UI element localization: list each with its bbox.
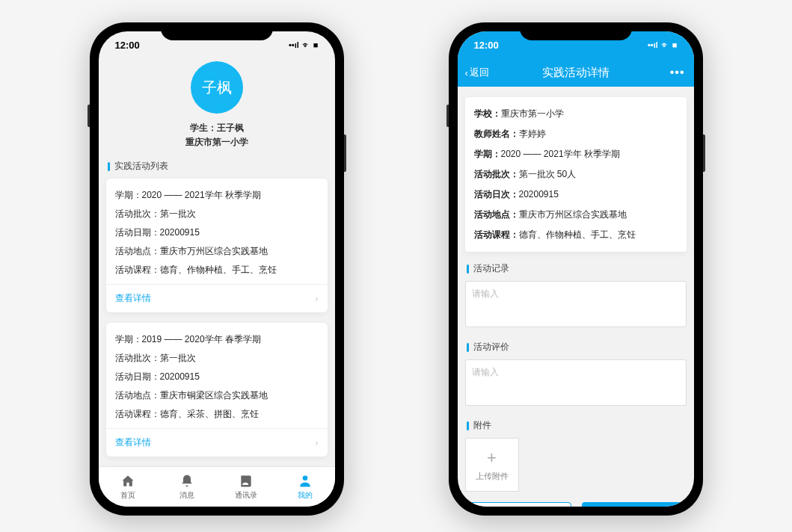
chevron-right-icon: › (316, 438, 319, 448)
status-icons: ••ıl ᯤ ■ (648, 40, 677, 49)
user-icon (298, 474, 313, 489)
contacts-icon (239, 474, 254, 489)
home-icon (120, 474, 135, 489)
battery-icon: ■ (672, 40, 678, 49)
student-info: 学生：王子枫 重庆市第一小学 (99, 121, 335, 149)
signal-icon: ••ıl (289, 40, 299, 49)
plus-icon: + (487, 448, 497, 468)
avatar[interactable]: 子枫 (191, 61, 243, 114)
wifi-icon: ᯤ (302, 40, 310, 49)
chevron-left-icon: ‹ (465, 67, 468, 78)
screen: 12:00 ••ıl ᯤ ■ ‹ 返回 实践活动详情 ••• 学校：重庆市第一小… (458, 31, 694, 507)
detail-card: 学校：重庆市第一小学 教师姓名：李婷婷 学期：2020 —— 2021学年 秋季… (465, 97, 687, 252)
activity-card: 学期：2020 —— 2021学年 秋季学期 活动批次：第一批次 活动日期：20… (106, 179, 328, 312)
tab-contacts[interactable]: 通讯录 (217, 467, 276, 507)
status-time: 12:00 (115, 40, 140, 51)
screen: 12:00 ••ıl ᯤ ■ 子枫 学生：王子枫 重庆市第一小学 实践活动列表 … (99, 31, 335, 507)
tab-bar: 首页 消息 通讯录 我的 (99, 466, 335, 507)
activity-card: 学期：2019 —— 2020学年 春季学期 活动批次：第一批次 活动日期：20… (106, 323, 328, 457)
phone-frame-right: 12:00 ••ıl ᯤ ■ ‹ 返回 实践活动详情 ••• 学校：重庆市第一小… (449, 22, 703, 516)
wifi-icon: ᯤ (661, 40, 669, 49)
view-detail-button[interactable]: 查看详情› (106, 284, 328, 312)
signal-icon: ••ıl (648, 40, 658, 49)
chevron-right-icon: › (316, 294, 319, 304)
notch (161, 22, 273, 40)
status-time: 12:00 (474, 40, 499, 51)
more-button[interactable]: ••• (670, 66, 685, 79)
upload-button[interactable]: + 上传附件 (465, 438, 519, 492)
section-title-activities: 实践活动列表 (99, 160, 335, 179)
content-area: 子枫 学生：王子枫 重庆市第一小学 实践活动列表 学期：2020 —— 2021… (99, 58, 335, 466)
review-textarea[interactable] (465, 359, 687, 406)
save-button[interactable]: 保存 (582, 502, 687, 507)
edit-button[interactable]: 编辑 (465, 502, 571, 507)
status-icons: ••ıl ᯤ ■ (289, 40, 318, 49)
section-title-review: 活动评价 (458, 341, 694, 359)
back-button[interactable]: ‹ 返回 (465, 66, 489, 79)
notch (520, 22, 632, 40)
section-title-record: 活动记录 (458, 262, 694, 281)
battery-icon: ■ (313, 40, 319, 49)
tab-messages[interactable]: 消息 (158, 467, 217, 507)
bell-icon (179, 474, 194, 489)
tab-profile[interactable]: 我的 (276, 467, 335, 507)
view-detail-button[interactable]: 查看详情› (106, 428, 328, 457)
section-title-attachment: 附件 (458, 419, 694, 438)
action-buttons: 编辑 保存 (458, 502, 694, 507)
page-title: 实践活动详情 (542, 66, 610, 80)
tab-home[interactable]: 首页 (99, 467, 158, 507)
phone-frame-left: 12:00 ••ıl ᯤ ■ 子枫 学生：王子枫 重庆市第一小学 实践活动列表 … (90, 22, 344, 516)
nav-header: ‹ 返回 实践活动详情 ••• (458, 58, 694, 87)
record-textarea[interactable] (465, 281, 687, 327)
content-area: 学校：重庆市第一小学 教师姓名：李婷婷 学期：2020 —— 2021学年 秋季… (458, 87, 694, 507)
